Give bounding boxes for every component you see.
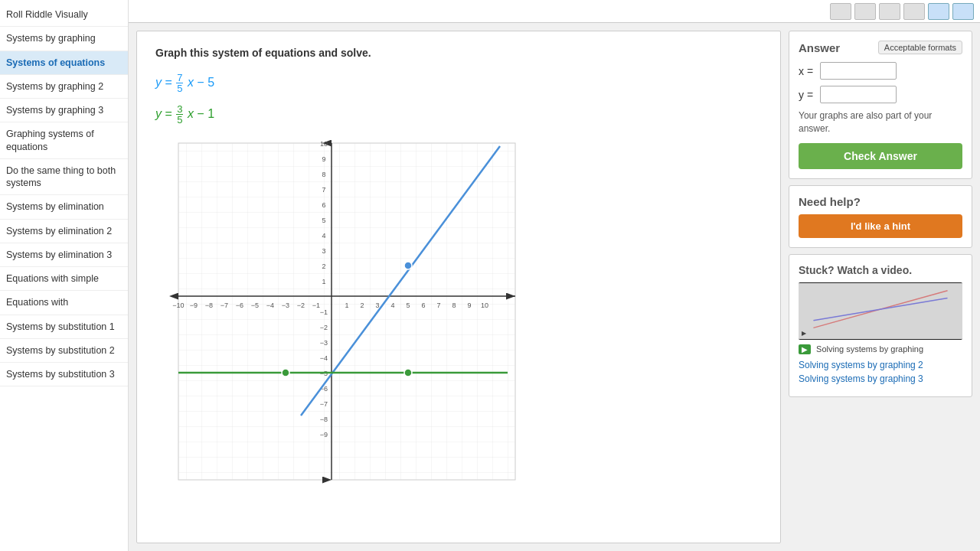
problem-title: Graph this system of equations and solve…	[155, 47, 762, 59]
related-link-2[interactable]: Solving systems by graphing 3	[799, 373, 962, 384]
svg-text:▶: ▶	[802, 330, 807, 337]
toolbar-icon-4[interactable]	[903, 3, 925, 20]
sidebar-item-substitution-1[interactable]: Systems by substitution 1	[0, 315, 128, 339]
svg-text:−7: −7	[220, 302, 228, 309]
answer-note: Your graphs are also part of your answer…	[799, 109, 962, 135]
sidebar-item-systems-graphing[interactable]: Systems by graphing	[0, 27, 128, 51]
svg-text:−4: −4	[320, 354, 328, 362]
svg-text:1: 1	[322, 278, 325, 285]
sidebar-item-elimination[interactable]: Systems by elimination	[0, 195, 128, 219]
video-badge: ▶	[799, 344, 811, 354]
sidebar-item-same-thing[interactable]: Do the same thing to both systems	[0, 159, 128, 196]
svg-text:−1: −1	[312, 302, 320, 309]
svg-text:5: 5	[322, 217, 325, 224]
svg-text:−10: −10	[172, 302, 184, 309]
equation-1: y = 75 x − 5	[155, 76, 214, 89]
main-content: Graph this system of equations and solve…	[129, 0, 980, 551]
graph-svg[interactable]: −10 −9 −8 −7 −6 −5 −4 −3 −2 −1 1 2 3 4 5…	[155, 135, 523, 487]
svg-text:−2: −2	[320, 324, 328, 331]
svg-text:−8: −8	[205, 302, 213, 309]
dot-green-left[interactable]	[282, 369, 289, 377]
sidebar: Roll Riddle Visually Systems by graphing…	[0, 0, 129, 551]
toolbar-icon-3[interactable]	[879, 3, 900, 20]
content-area: Graph this system of equations and solve…	[129, 23, 980, 551]
equation-2-block: y = 35 x − 1	[155, 104, 762, 125]
svg-text:−5: −5	[251, 302, 259, 309]
need-help-title: Need help?	[799, 195, 962, 208]
svg-text:8: 8	[452, 302, 456, 309]
svg-text:7: 7	[436, 302, 440, 309]
x-label: x =	[799, 65, 815, 77]
svg-text:3: 3	[375, 302, 379, 309]
toolbar-icon-1[interactable]	[830, 3, 851, 20]
video-label: ▶ Solving systems by graphing	[799, 344, 962, 354]
equation-2: y = 35 x − 1	[155, 107, 214, 120]
answer-panel: Answer Acceptable formats x = y = Your g…	[789, 31, 972, 179]
y-label: y =	[799, 89, 815, 101]
dot-green-right[interactable]	[404, 369, 412, 377]
dot-intersection[interactable]	[404, 262, 412, 269]
video-title-text: Solving systems by graphing	[816, 344, 923, 354]
svg-text:−3: −3	[320, 339, 328, 347]
svg-text:2: 2	[322, 262, 325, 270]
svg-text:9: 9	[322, 155, 325, 163]
sidebar-item-systems-equations[interactable]: Systems of equations	[0, 51, 128, 75]
hint-button[interactable]: I'd like a hint	[799, 214, 962, 238]
equation-1-block: y = 75 x − 5	[155, 73, 762, 93]
sidebar-item-systems-graphing-3[interactable]: Systems by graphing 3	[0, 99, 128, 122]
right-panel: Answer Acceptable formats x = y = Your g…	[789, 23, 980, 551]
video-thumbnail[interactable]: ▶	[799, 282, 962, 340]
fraction-3-5: 35	[176, 104, 183, 125]
svg-text:−2: −2	[297, 302, 305, 309]
svg-text:−9: −9	[320, 431, 328, 439]
svg-text:6: 6	[421, 302, 425, 309]
toolbar-icon-6[interactable]	[952, 3, 974, 20]
related-link-1[interactable]: Solving systems by graphing 2	[799, 360, 962, 370]
svg-text:−6: −6	[236, 302, 243, 309]
y-answer-row: y =	[799, 86, 962, 103]
help-panel: Need help? I'd like a hint	[789, 185, 972, 248]
video-panel: Stuck? Watch a video. ▶ ▶ Solving system…	[789, 254, 972, 397]
top-bar	[129, 0, 980, 23]
stuck-title: Stuck? Watch a video.	[799, 264, 962, 276]
svg-text:9: 9	[467, 302, 471, 309]
toolbar-icon-5[interactable]	[928, 3, 949, 20]
fraction-7-5: 75	[176, 73, 183, 93]
graph-container: −10 −9 −8 −7 −6 −5 −4 −3 −2 −1 1 2 3 4 5…	[155, 135, 523, 487]
sidebar-item-equations[interactable]: Equations with	[0, 291, 128, 315]
sidebar-item-graphing-systems[interactable]: Graphing systems of equations	[0, 122, 128, 159]
acceptable-formats-button[interactable]: Acceptable formats	[878, 41, 962, 54]
svg-text:10: 10	[320, 140, 328, 148]
check-answer-button[interactable]: Check Answer	[799, 143, 962, 169]
svg-text:4: 4	[322, 232, 325, 240]
svg-text:7: 7	[322, 186, 325, 194]
svg-text:2: 2	[360, 302, 364, 309]
y-input[interactable]	[820, 86, 897, 103]
svg-text:−7: −7	[320, 400, 328, 408]
svg-text:−8: −8	[320, 416, 328, 423]
answer-header: Answer Acceptable formats	[799, 41, 962, 54]
sidebar-item-elimination-3[interactable]: Systems by elimination 3	[0, 243, 128, 267]
answer-title: Answer	[799, 41, 840, 54]
svg-text:3: 3	[322, 247, 325, 255]
svg-text:10: 10	[481, 302, 488, 309]
sidebar-item-substitution-3[interactable]: Systems by substitution 3	[0, 363, 128, 386]
sidebar-item-systems-graphing-2[interactable]: Systems by graphing 2	[0, 75, 128, 99]
toolbar-icon-2[interactable]	[854, 3, 876, 20]
svg-text:6: 6	[322, 201, 325, 209]
sidebar-item-roll-riddle[interactable]: Roll Riddle Visually	[0, 3, 128, 27]
svg-text:−4: −4	[266, 302, 274, 309]
sidebar-item-substitution-2[interactable]: Systems by substitution 2	[0, 339, 128, 363]
svg-text:−3: −3	[282, 302, 289, 309]
svg-text:8: 8	[322, 171, 325, 178]
sidebar-item-equations-simple[interactable]: Equations with simple	[0, 267, 128, 291]
x-input[interactable]	[820, 62, 897, 80]
x-answer-row: x =	[799, 62, 962, 80]
svg-rect-50	[799, 283, 962, 339]
sidebar-item-elimination-2[interactable]: Systems by elimination 2	[0, 220, 128, 243]
svg-text:5: 5	[406, 302, 410, 309]
exercise-area: Graph this system of equations and solve…	[136, 31, 781, 543]
svg-text:−9: −9	[190, 302, 198, 309]
svg-text:4: 4	[390, 302, 394, 309]
